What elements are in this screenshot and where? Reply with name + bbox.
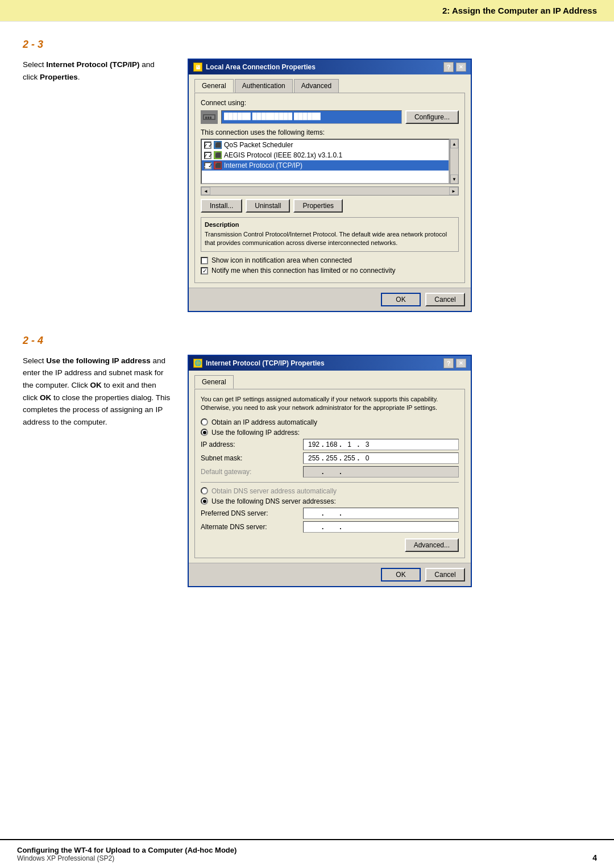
scroll-right-1[interactable]: ► — [449, 187, 458, 195]
use-following-row: Use the following IP address: — [201, 429, 459, 437]
sm-seg-1[interactable] — [306, 454, 322, 462]
alternate-dns-field[interactable]: . . — [303, 521, 459, 533]
show-icon-label: Show icon in notification area when conn… — [211, 256, 352, 264]
dialog-bottom-1: OK Cancel — [189, 288, 471, 311]
ok-button-1[interactable]: OK — [381, 293, 421, 306]
footer-subtitle: Windows XP Professional (SP2) — [17, 854, 237, 862]
step-bold-1: Internet Protocol (TCP/IP) — [46, 60, 139, 69]
tabs-1: General Authentication Advanced — [194, 79, 465, 93]
ok-button-2[interactable]: OK — [381, 568, 421, 582]
pdns-seg-1[interactable] — [306, 509, 322, 517]
configure-button[interactable]: Configure... — [405, 110, 459, 124]
use-dns-row: Use the following DNS server addresses: — [201, 497, 459, 505]
obtain-auto-row: Obtain an IP address automatically — [201, 418, 459, 426]
step-2-4: Select Use the following IP address and … — [23, 355, 591, 587]
properties-button[interactable]: Properties — [293, 199, 343, 213]
step-text-after: . — [78, 73, 80, 81]
scroll-up-1[interactable]: ▲ — [450, 139, 458, 148]
advanced-button[interactable]: Advanced... — [405, 538, 459, 552]
step-text-before: Select — [23, 60, 46, 69]
scroll-down-1[interactable]: ▼ — [450, 175, 458, 184]
footer: Configuring the WT-4 for Upload to a Com… — [0, 839, 614, 868]
ok-bold-1: OK — [90, 381, 102, 389]
step-2-4-text: Select Use the following IP address and … — [23, 355, 171, 587]
obtain-auto-radio[interactable] — [201, 418, 208, 426]
use-dns-radio[interactable] — [201, 497, 208, 505]
tcpip-icon: ⬛ — [214, 161, 222, 169]
titlebar-controls-1: ? ✕ — [443, 62, 466, 72]
aegis-checkbox[interactable]: ✓ — [204, 152, 211, 159]
step-bold-2: Properties — [40, 73, 78, 81]
aegis-label: AEGIS Protocol (IEEE 802.1x) v3.1.0.1 — [224, 151, 342, 159]
obtain-auto-label: Obtain an IP address automatically — [211, 418, 317, 426]
ip-seg-3[interactable] — [342, 441, 358, 448]
gw-seg-1[interactable] — [306, 468, 322, 476]
step-2-3: Select Internet Protocol (TCP/IP) and cl… — [23, 59, 591, 312]
titlebar-controls-2: ? ✕ — [443, 358, 466, 368]
obtain-dns-label: Obtain DNS server address automatically — [211, 487, 337, 495]
hscroll-track-1 — [210, 187, 449, 195]
cancel-button-2[interactable]: Cancel — [425, 568, 465, 582]
use-following-label: Use the following IP address: — [211, 429, 300, 437]
alternate-dns-label: Alternate DNS server: — [201, 523, 303, 531]
help-icon-2[interactable]: ? — [443, 358, 454, 368]
show-icon-row: Show icon in notification area when conn… — [201, 256, 459, 264]
obtain-dns-radio[interactable] — [201, 487, 208, 495]
sm-seg-3[interactable] — [342, 454, 358, 462]
obtain-dns-row: Obtain DNS server address automatically — [201, 487, 459, 495]
dialog-content-1: General Authentication Advanced Connect … — [189, 74, 471, 288]
install-button[interactable]: Install... — [201, 199, 242, 213]
tab-general-1[interactable]: General — [194, 79, 234, 93]
listbox-inner-1[interactable]: ✓ ⬛ QoS Packet Scheduler ✓ ⬛ AEGIS Proto… — [201, 139, 450, 184]
adns-seg-3[interactable] — [342, 523, 358, 531]
preferred-dns-field[interactable]: . . — [303, 508, 459, 519]
dialog-bottom-2: OK Cancel — [189, 563, 471, 586]
svg-rect-2 — [205, 117, 207, 119]
help-icon-1[interactable]: ? — [443, 62, 454, 72]
scroll-left-1[interactable]: ◄ — [201, 187, 210, 195]
ip-seg-4[interactable] — [359, 441, 375, 448]
aegis-icon: ⬛ — [214, 151, 222, 159]
sm-seg-2[interactable] — [323, 454, 339, 462]
notify-checkbox[interactable] — [201, 267, 208, 275]
default-gateway-field[interactable]: . . — [303, 466, 459, 477]
uninstall-button[interactable]: Uninstall — [246, 199, 290, 213]
tab-advanced-1[interactable]: Advanced — [294, 79, 339, 93]
buttons-row-1: Install... Uninstall Properties — [201, 199, 459, 213]
info-text: You can get IP settings assigned automat… — [201, 395, 459, 413]
tab-general-2[interactable]: General — [194, 375, 234, 389]
scrollbar-v-1[interactable]: ▲ ▼ — [450, 139, 459, 184]
adns-seg-2[interactable] — [323, 523, 339, 531]
titlebar-left-2: 🌐 Internet Protocol (TCP/IP) Properties — [193, 359, 325, 368]
list-item-tcpip[interactable]: ✓ ⬛ Internet Protocol (TCP/IP) — [202, 160, 449, 171]
ip-address-row: IP address: . . . — [201, 439, 459, 450]
ip-seg-2[interactable] — [323, 441, 339, 448]
connect-using-row: Connect using: — [201, 99, 459, 107]
ok-bold-2: OK — [40, 393, 51, 402]
qos-checkbox[interactable]: ✓ — [204, 142, 211, 149]
list-item-aegis: ✓ ⬛ AEGIS Protocol (IEEE 802.1x) v3.1.0.… — [202, 150, 449, 160]
ip-address-field[interactable]: . . . — [303, 439, 459, 450]
tcpip-checkbox[interactable]: ✓ — [204, 162, 211, 169]
sm-seg-4[interactable] — [359, 454, 375, 462]
cancel-button-1[interactable]: Cancel — [425, 293, 465, 306]
show-icon-checkbox[interactable] — [201, 257, 208, 264]
use-following-radio[interactable] — [201, 429, 208, 436]
preferred-dns-row: Preferred DNS server: . . — [201, 508, 459, 519]
alternate-dns-row: Alternate DNS server: . . — [201, 521, 459, 533]
description-text-1: Transmission Control Protocol/Internet P… — [205, 230, 455, 248]
advanced-btn-row: Advanced... — [201, 538, 459, 552]
adns-seg-1[interactable] — [306, 523, 322, 531]
close-btn-2[interactable]: ✕ — [456, 359, 466, 368]
ip-seg-1[interactable] — [306, 441, 322, 448]
gw-seg-2[interactable] — [323, 468, 339, 476]
gw-seg-3[interactable] — [342, 468, 358, 476]
tab-authentication[interactable]: Authentication — [235, 79, 293, 93]
footer-left: Configuring the WT-4 for Upload to a Com… — [17, 846, 237, 862]
pdns-seg-3[interactable] — [342, 509, 358, 517]
hscroll-1[interactable]: ◄ ► — [201, 186, 459, 196]
section-label-2-4: 2 - 4 — [23, 335, 591, 347]
subnet-mask-field[interactable]: . . . — [303, 452, 459, 464]
pdns-seg-2[interactable] — [323, 509, 339, 517]
close-btn-1[interactable]: ✕ — [456, 63, 466, 72]
